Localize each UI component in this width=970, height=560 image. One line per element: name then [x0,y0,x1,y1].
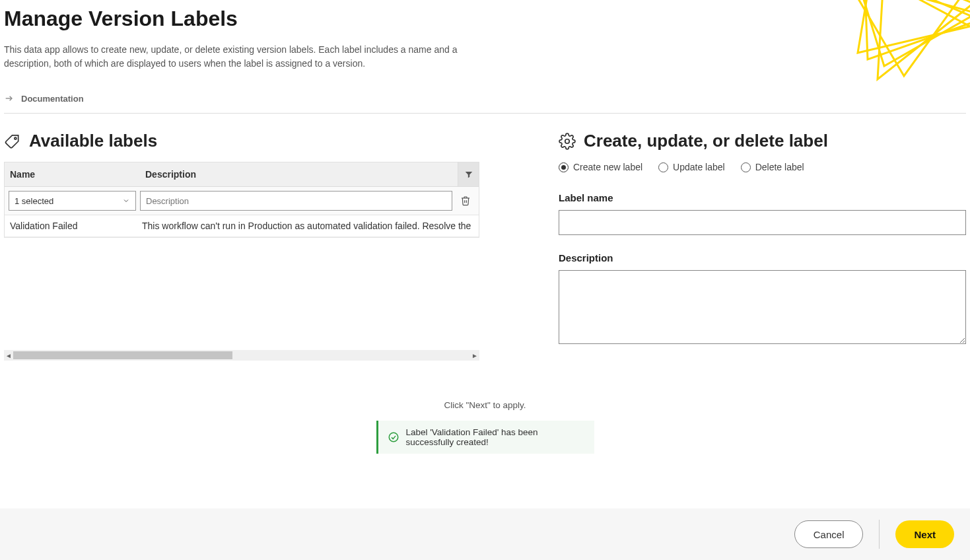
scroll-thumb[interactable] [13,351,232,359]
description-filter-input[interactable] [140,191,452,211]
apply-hint-text: Click "Next" to apply. [0,400,970,410]
gear-icon [559,133,576,150]
radio-delete[interactable]: Delete label [741,162,804,172]
filter-icon [464,170,473,179]
radio-create-label: Create new label [573,162,642,172]
cell-name: Validation Failed [10,221,142,231]
labels-table: Name Description 1 selected [4,162,479,238]
radio-icon [741,162,751,172]
table-row[interactable]: Validation Failed This workflow can't ru… [5,215,479,237]
name-filter-value: 1 selected [15,196,53,206]
cell-description: This workflow can't run in Production as… [142,221,473,231]
label-name-label: Label name [559,192,966,203]
filter-toggle-button[interactable] [458,162,479,186]
name-filter-select[interactable]: 1 selected [9,191,136,211]
footer-bar: Cancel Next [0,508,970,560]
label-name-input[interactable] [559,210,966,235]
success-banner: Label 'Validation Failed' has been succe… [376,421,594,454]
horizontal-scrollbar[interactable]: ◄ ► [4,350,479,361]
description-label: Description [559,252,966,263]
divider [4,113,966,114]
action-radio-group: Create new label Update label Delete lab… [559,162,966,172]
table-filter-row: 1 selected [5,187,479,215]
cancel-button[interactable]: Cancel [794,520,864,548]
svg-point-7 [565,139,570,143]
page-description: This data app allows to create new, upda… [4,43,473,71]
next-button[interactable]: Next [895,520,954,548]
page-title: Manage Version Labels [4,7,966,31]
footer-divider [879,520,880,549]
radio-delete-label: Delete label [755,162,804,172]
radio-create[interactable]: Create new label [559,162,642,172]
radio-update-label: Update label [673,162,725,172]
table-header-row: Name Description [5,162,479,187]
description-textarea[interactable] [559,270,966,344]
column-header-description[interactable]: Description [140,162,458,186]
check-circle-icon [388,431,399,443]
scroll-right-arrow[interactable]: ► [470,351,479,360]
arrow-right-icon [4,93,15,104]
documentation-link[interactable]: Documentation [4,93,966,113]
scroll-left-arrow[interactable]: ◄ [4,351,13,360]
success-message-text: Label 'Validation Failed' has been succe… [406,427,585,447]
svg-point-6 [15,137,17,139]
clear-filters-button[interactable] [456,191,475,211]
radio-icon [559,162,569,172]
trash-icon [460,195,471,206]
svg-point-8 [389,433,398,442]
form-heading: Create, update, or delete label [584,131,828,151]
radio-icon [658,162,668,172]
radio-update[interactable]: Update label [658,162,725,172]
tag-icon [4,133,21,150]
documentation-link-label: Documentation [21,94,84,104]
chevron-down-icon [122,197,130,205]
available-labels-heading: Available labels [29,131,157,151]
column-header-name[interactable]: Name [5,162,140,186]
